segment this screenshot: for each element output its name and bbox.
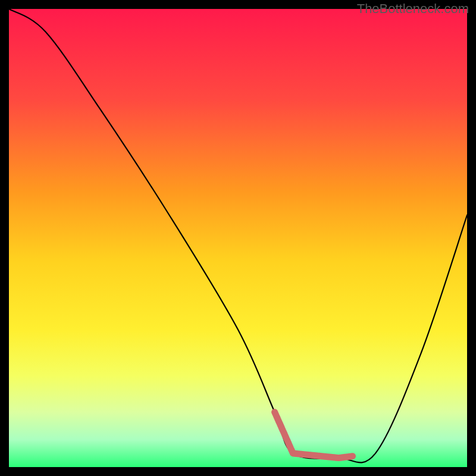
- chart-frame: TheBottleneck.com: [0, 0, 476, 476]
- watermark-text: TheBottleneck.com: [357, 1, 469, 17]
- heatmap-background: [9, 9, 467, 467]
- svg-rect-0: [9, 9, 467, 467]
- plot-area: [9, 9, 467, 467]
